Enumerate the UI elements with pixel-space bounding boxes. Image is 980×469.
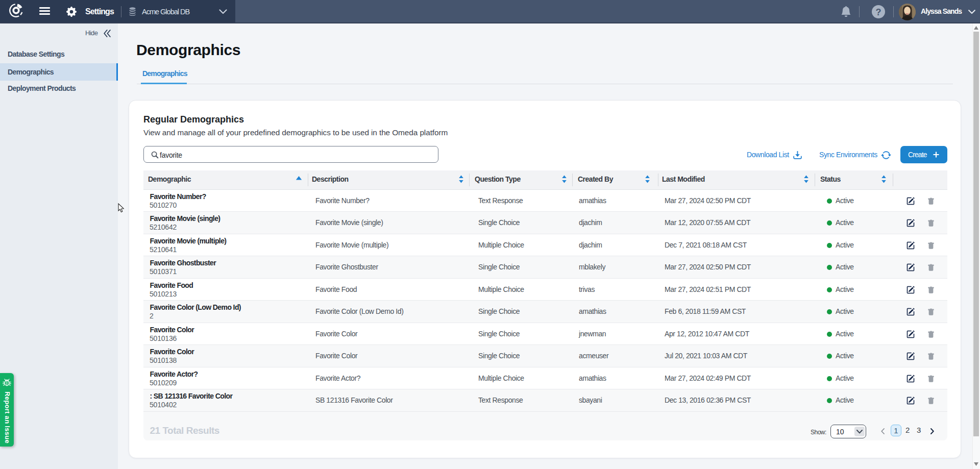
- svg-text:?: ?: [876, 7, 881, 17]
